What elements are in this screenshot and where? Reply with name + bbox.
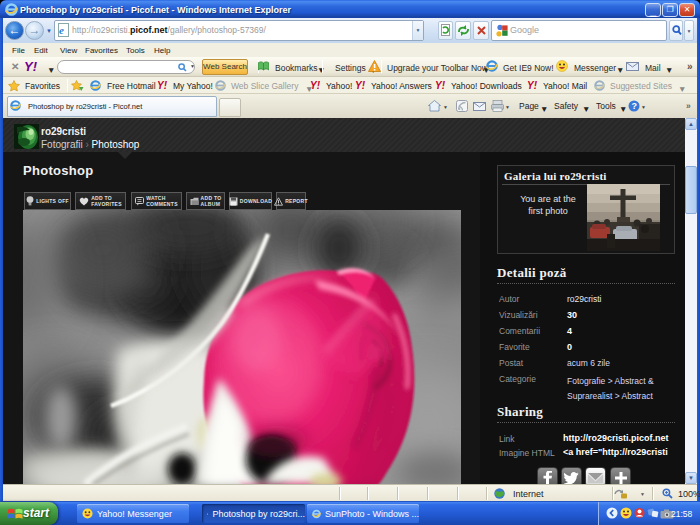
svg-text:e: e (59, 24, 64, 36)
svg-text:?: ? (631, 101, 637, 111)
